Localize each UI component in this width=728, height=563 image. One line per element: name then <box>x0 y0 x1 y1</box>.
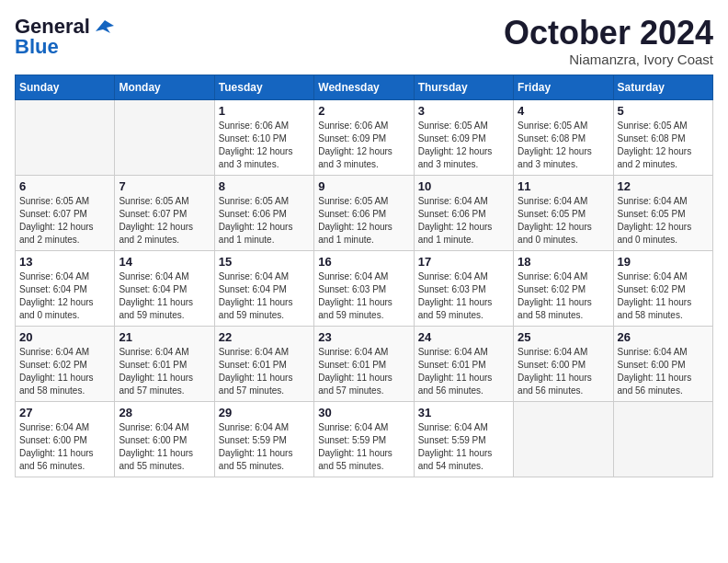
calendar-cell: 4Sunrise: 6:05 AM Sunset: 6:08 PM Daylig… <box>514 99 613 175</box>
calendar-cell: 30Sunrise: 6:04 AM Sunset: 5:59 PM Dayli… <box>314 401 414 477</box>
day-info: Sunrise: 6:04 AM Sunset: 6:06 PM Dayligh… <box>418 195 509 247</box>
logo-bird-icon <box>92 18 118 35</box>
day-info: Sunrise: 6:05 AM Sunset: 6:07 PM Dayligh… <box>19 195 110 247</box>
day-info: Sunrise: 6:04 AM Sunset: 6:00 PM Dayligh… <box>119 421 210 473</box>
day-info: Sunrise: 6:04 AM Sunset: 5:59 PM Dayligh… <box>219 421 310 473</box>
day-number: 25 <box>518 330 609 344</box>
calendar-cell: 7Sunrise: 6:05 AM Sunset: 6:07 PM Daylig… <box>115 175 214 250</box>
calendar-cell: 6Sunrise: 6:05 AM Sunset: 6:07 PM Daylig… <box>16 175 115 250</box>
day-number: 24 <box>418 330 509 344</box>
day-info: Sunrise: 6:04 AM Sunset: 6:05 PM Dayligh… <box>518 195 609 247</box>
day-info: Sunrise: 6:05 AM Sunset: 6:06 PM Dayligh… <box>219 195 310 247</box>
logo-blue: Blue <box>15 35 59 59</box>
logo: General Blue <box>15 15 118 59</box>
header-monday: Monday <box>115 75 214 99</box>
day-number: 22 <box>219 330 310 344</box>
header-tuesday: Tuesday <box>214 75 313 99</box>
calendar-week-row: 20Sunrise: 6:04 AM Sunset: 6:02 PM Dayli… <box>16 326 713 401</box>
calendar-cell: 21Sunrise: 6:04 AM Sunset: 6:01 PM Dayli… <box>115 326 214 401</box>
day-info: Sunrise: 6:05 AM Sunset: 6:09 PM Dayligh… <box>418 120 509 171</box>
day-number: 23 <box>318 330 409 344</box>
calendar-cell: 15Sunrise: 6:04 AM Sunset: 6:04 PM Dayli… <box>214 250 313 326</box>
calendar-cell <box>613 401 712 477</box>
day-info: Sunrise: 6:05 AM Sunset: 6:08 PM Dayligh… <box>518 120 609 171</box>
calendar-cell: 19Sunrise: 6:04 AM Sunset: 6:02 PM Dayli… <box>613 250 712 326</box>
day-number: 6 <box>19 179 110 193</box>
day-info: Sunrise: 6:04 AM Sunset: 6:00 PM Dayligh… <box>19 421 110 473</box>
day-number: 4 <box>518 104 609 118</box>
day-number: 9 <box>318 179 409 193</box>
header-saturday: Saturday <box>613 75 712 99</box>
calendar-cell: 24Sunrise: 6:04 AM Sunset: 6:01 PM Dayli… <box>414 326 513 401</box>
day-info: Sunrise: 6:04 AM Sunset: 6:02 PM Dayligh… <box>618 270 709 322</box>
calendar-cell: 13Sunrise: 6:04 AM Sunset: 6:04 PM Dayli… <box>16 250 115 326</box>
month-title: October 2024 <box>504 15 713 52</box>
day-number: 5 <box>618 104 709 118</box>
day-number: 15 <box>219 255 310 269</box>
day-number: 21 <box>119 330 210 344</box>
calendar-cell: 10Sunrise: 6:04 AM Sunset: 6:06 PM Dayli… <box>414 175 513 250</box>
day-info: Sunrise: 6:04 AM Sunset: 6:01 PM Dayligh… <box>418 346 509 397</box>
day-number: 27 <box>19 406 110 419</box>
day-number: 12 <box>618 179 709 193</box>
calendar-cell: 16Sunrise: 6:04 AM Sunset: 6:03 PM Dayli… <box>314 250 414 326</box>
day-number: 20 <box>19 330 110 344</box>
day-number: 14 <box>119 255 210 269</box>
day-number: 2 <box>318 104 409 118</box>
calendar-cell: 17Sunrise: 6:04 AM Sunset: 6:03 PM Dayli… <box>414 250 513 326</box>
calendar-cell: 31Sunrise: 6:04 AM Sunset: 5:59 PM Dayli… <box>414 401 513 477</box>
day-number: 19 <box>618 255 709 269</box>
calendar-cell: 26Sunrise: 6:04 AM Sunset: 6:00 PM Dayli… <box>613 326 712 401</box>
calendar-header-row: SundayMondayTuesdayWednesdayThursdayFrid… <box>16 75 713 99</box>
calendar-week-row: 1Sunrise: 6:06 AM Sunset: 6:10 PM Daylig… <box>16 99 713 175</box>
calendar-cell: 29Sunrise: 6:04 AM Sunset: 5:59 PM Dayli… <box>214 401 313 477</box>
calendar-cell: 11Sunrise: 6:04 AM Sunset: 6:05 PM Dayli… <box>514 175 613 250</box>
calendar-cell: 8Sunrise: 6:05 AM Sunset: 6:06 PM Daylig… <box>214 175 313 250</box>
header-wednesday: Wednesday <box>314 75 414 99</box>
day-info: Sunrise: 6:04 AM Sunset: 6:05 PM Dayligh… <box>618 195 709 247</box>
day-number: 28 <box>119 406 210 419</box>
day-number: 30 <box>318 406 409 419</box>
day-info: Sunrise: 6:05 AM Sunset: 6:07 PM Dayligh… <box>119 195 210 247</box>
calendar-cell <box>16 99 115 175</box>
calendar-cell <box>115 99 214 175</box>
calendar-cell: 2Sunrise: 6:06 AM Sunset: 6:09 PM Daylig… <box>314 99 414 175</box>
page-header: General Blue October 2024 Niamanzra, Ivo… <box>15 15 713 67</box>
calendar-table: SundayMondayTuesdayWednesdayThursdayFrid… <box>15 75 713 477</box>
calendar-week-row: 6Sunrise: 6:05 AM Sunset: 6:07 PM Daylig… <box>16 175 713 250</box>
day-number: 17 <box>418 255 509 269</box>
calendar-cell: 9Sunrise: 6:05 AM Sunset: 6:06 PM Daylig… <box>314 175 414 250</box>
calendar-body: 1Sunrise: 6:06 AM Sunset: 6:10 PM Daylig… <box>16 99 713 477</box>
calendar-cell: 1Sunrise: 6:06 AM Sunset: 6:10 PM Daylig… <box>214 99 313 175</box>
calendar-cell: 27Sunrise: 6:04 AM Sunset: 6:00 PM Dayli… <box>16 401 115 477</box>
day-info: Sunrise: 6:04 AM Sunset: 6:03 PM Dayligh… <box>418 270 509 322</box>
day-number: 8 <box>219 179 310 193</box>
title-block: October 2024 Niamanzra, Ivory Coast <box>504 15 713 67</box>
day-number: 26 <box>618 330 709 344</box>
location-subtitle: Niamanzra, Ivory Coast <box>504 52 713 67</box>
header-sunday: Sunday <box>16 75 115 99</box>
day-number: 31 <box>418 406 509 419</box>
calendar-cell: 23Sunrise: 6:04 AM Sunset: 6:01 PM Dayli… <box>314 326 414 401</box>
calendar-cell: 20Sunrise: 6:04 AM Sunset: 6:02 PM Dayli… <box>16 326 115 401</box>
day-info: Sunrise: 6:04 AM Sunset: 6:03 PM Dayligh… <box>318 270 409 322</box>
calendar-cell: 14Sunrise: 6:04 AM Sunset: 6:04 PM Dayli… <box>115 250 214 326</box>
calendar-cell: 5Sunrise: 6:05 AM Sunset: 6:08 PM Daylig… <box>613 99 712 175</box>
day-info: Sunrise: 6:05 AM Sunset: 6:08 PM Dayligh… <box>618 120 709 171</box>
day-info: Sunrise: 6:04 AM Sunset: 6:04 PM Dayligh… <box>219 270 310 322</box>
calendar-cell: 3Sunrise: 6:05 AM Sunset: 6:09 PM Daylig… <box>414 99 513 175</box>
day-info: Sunrise: 6:04 AM Sunset: 6:04 PM Dayligh… <box>19 270 110 322</box>
day-number: 11 <box>518 179 609 193</box>
day-number: 13 <box>19 255 110 269</box>
day-info: Sunrise: 6:04 AM Sunset: 6:04 PM Dayligh… <box>119 270 210 322</box>
day-number: 18 <box>518 255 609 269</box>
day-info: Sunrise: 6:04 AM Sunset: 6:01 PM Dayligh… <box>219 346 310 397</box>
day-info: Sunrise: 6:04 AM Sunset: 6:01 PM Dayligh… <box>318 346 409 397</box>
day-info: Sunrise: 6:04 AM Sunset: 6:00 PM Dayligh… <box>518 346 609 397</box>
calendar-cell: 25Sunrise: 6:04 AM Sunset: 6:00 PM Dayli… <box>514 326 613 401</box>
calendar-cell <box>514 401 613 477</box>
day-info: Sunrise: 6:04 AM Sunset: 5:59 PM Dayligh… <box>418 421 509 473</box>
day-info: Sunrise: 6:04 AM Sunset: 5:59 PM Dayligh… <box>318 421 409 473</box>
day-number: 29 <box>219 406 310 419</box>
day-number: 7 <box>119 179 210 193</box>
